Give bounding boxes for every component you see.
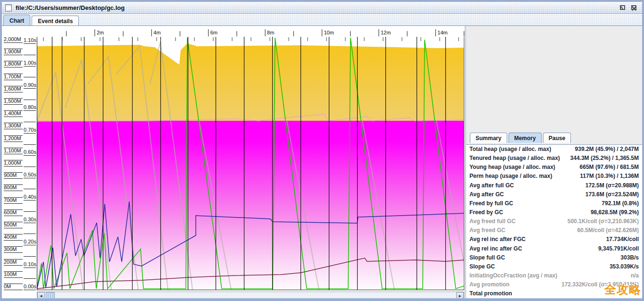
stat-row: Avg after full GC172.5M (σ=20.988M): [466, 181, 642, 190]
y-axis-seconds-label: 1.10s: [24, 37, 36, 43]
young-heap-area: [37, 43, 464, 121]
y-axis-memory-tick: [4, 234, 23, 234]
y-axis-seconds-label: 0.50s: [24, 172, 36, 177]
x-axis-minute-label: 2m: [97, 30, 104, 35]
stat-row: Avg rel inc after FGC17.734K/coll: [466, 235, 642, 244]
y-axis-memory-tick: [4, 197, 23, 198]
y-axis-memory-tick: [4, 277, 23, 278]
title-bar[interactable]: file:/C:/Users/summer/Desktop/gc.log: [2, 2, 642, 14]
info-tab-memory[interactable]: Memory: [509, 133, 542, 143]
y-axis-seconds-tick: [24, 77, 36, 77]
tenured-heap-area: [37, 121, 464, 290]
y-axis-memory-tick: [4, 184, 23, 185]
y-axis-memory-label: 1,100M: [4, 148, 21, 153]
y-axis-memory-tick: [4, 240, 23, 241]
stat-row: Avg rel inc after GC9,345.791K/coll: [466, 244, 642, 253]
stat-value: 98,628.5M (99.2%): [591, 208, 639, 217]
stat-value: 500.1K/coll (σ=3,210.963K): [568, 217, 639, 226]
y-axis-seconds-tick: [24, 66, 36, 67]
info-panel: SummaryMemoryPause Total heap (usage / a…: [466, 26, 642, 299]
window-bottom-edge: [0, 298, 644, 301]
stat-value: 792.1M (0.8%): [602, 199, 639, 208]
stat-value: 353.039K/s: [610, 262, 639, 271]
y-axis-memory-tick: [4, 104, 23, 105]
y-axis-memory-tick: [4, 246, 23, 247]
y-axis-memory-tick: [4, 252, 23, 253]
y-axis-memory-tick: [4, 98, 23, 99]
y-axis-seconds-tick: [24, 110, 36, 111]
y-axis-memory-label: 0M: [4, 284, 11, 289]
stat-row: Young heap (usage / alloc. max)665M (97.…: [466, 163, 642, 172]
y-axis-seconds-label: 0.20s: [24, 239, 36, 244]
stat-label: Total heap (usage / alloc. max): [469, 145, 551, 154]
y-axis-seconds-tick: [24, 189, 36, 189]
y-axis-memory-label: 1,300M: [4, 123, 21, 128]
stat-label: Avg rel inc after GC: [469, 244, 522, 253]
y-axis-memory-label: 500M: [4, 222, 17, 227]
y-axis-memory-tick: [4, 148, 23, 148]
stat-row: Avg freed full GC500.1K/coll (σ=3,210.96…: [466, 217, 642, 226]
y-axis-memory-tick: [4, 284, 23, 284]
stat-row: Total heap (usage / alloc. max)939.2M (4…: [466, 145, 642, 154]
tab-chart[interactable]: Chart: [3, 15, 30, 25]
y-axis-memory-label: 900M: [4, 172, 17, 178]
stat-row: Avg freed GC60.5M/coll (σ=42.626M): [466, 226, 642, 235]
x-axis-minute-label: 4m: [153, 30, 160, 35]
y-axis-memory-label: 1,200M: [4, 135, 21, 141]
gc-chart: 2m4m6m8m10m12m14m: [37, 27, 464, 291]
y-axis-memory-tick: [4, 178, 23, 179]
x-axis-minute-label: 10m: [324, 30, 334, 35]
info-tab-pause[interactable]: Pause: [543, 133, 571, 143]
stat-table: Total heap (usage / alloc. max)939.2M (4…: [466, 144, 642, 299]
y-axis-memory-tick: [4, 74, 23, 74]
restore-icon: [620, 5, 625, 10]
y-axis-memory-label: 300M: [4, 246, 17, 252]
y-axis-memory-tick: [4, 191, 23, 191]
stat-row: InitiatingOccFraction (avg / max)n/a: [466, 271, 642, 280]
y-axis-seconds-label: 0.70s: [24, 127, 36, 133]
y-axis-seconds-tick: [24, 290, 36, 290]
stat-row: Slope GC353.039K/s: [466, 262, 642, 271]
close-button[interactable]: [630, 4, 638, 12]
stat-value: 303B/s: [620, 253, 639, 262]
y-axis-memory-tick: [4, 135, 23, 136]
y-axis-memory-tick: [4, 42, 23, 43]
x-axis-minute-label: 14m: [437, 30, 447, 35]
y-axis-seconds-label: 0.10s: [24, 261, 36, 267]
stat-value: 60.5M/coll (σ=42.626M): [577, 226, 639, 235]
y-axis-memory-label: 200M: [4, 259, 17, 265]
y-axis-memory-label: 700M: [4, 197, 17, 203]
y-axis-memory-tick: [4, 117, 23, 117]
y-axis-memory-label: 1,900M: [4, 49, 21, 54]
stat-value: 173.6M (σ=23.524M): [585, 190, 639, 199]
y-axis-seconds-tick: [24, 122, 36, 122]
stat-label: Avg rel inc after FGC: [469, 235, 526, 244]
stat-label: Avg after full GC: [469, 181, 514, 190]
y-axis-seconds-label: 0.40s: [24, 194, 36, 200]
y-axis-memory-label: 1,800M: [4, 61, 21, 67]
y-axis-memory-tick: [4, 129, 23, 129]
y-axis-memory-tick: [4, 154, 23, 154]
stat-label: Avg freed GC: [469, 226, 505, 235]
y-axis-memory-label: 100M: [4, 271, 17, 277]
x-axis-minute-label: 6m: [210, 30, 217, 35]
y-axis-memory-tick: [4, 265, 23, 266]
info-tab-strip: SummaryMemoryPause: [468, 133, 642, 144]
stat-value: 17.734K/coll: [606, 235, 639, 244]
stat-label: Tenured heap (usage / alloc. max): [469, 154, 560, 163]
y-axis-seconds-label: 1.00s: [24, 60, 36, 66]
stat-value: 117M (10.3%) / 1,136M: [580, 172, 639, 181]
y-axis-seconds-label: 0.00s: [24, 284, 36, 289]
y-axis-memory-tick: [4, 110, 23, 111]
y-axis-memory-tick: [4, 216, 23, 216]
restore-button[interactable]: [619, 4, 627, 12]
y-axis-seconds-tick: [24, 88, 36, 89]
tab-event-details[interactable]: Event details: [32, 16, 79, 25]
stat-value: n/a: [631, 271, 639, 280]
info-tab-summary[interactable]: Summary: [470, 133, 507, 143]
stat-label: Perm heap (usage / alloc. max): [469, 172, 552, 181]
y-axis-memory-tick: [4, 222, 23, 222]
stat-row: Freed by GC98,628.5M (99.2%): [466, 208, 642, 217]
y-axis-memory-tick: [4, 67, 23, 67]
stat-label: Avg freed full GC: [469, 217, 516, 226]
